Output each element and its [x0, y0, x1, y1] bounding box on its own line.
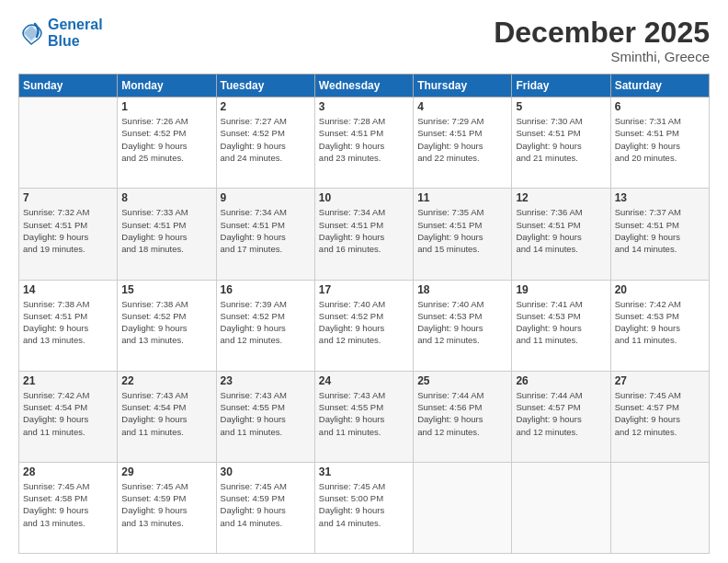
calendar-cell: 18Sunrise: 7:40 AM Sunset: 4:53 PM Dayli…: [414, 280, 512, 371]
calendar-cell: 20Sunrise: 7:42 AM Sunset: 4:53 PM Dayli…: [610, 280, 709, 371]
logo-general: General: [48, 17, 103, 32]
calendar-body: 1Sunrise: 7:26 AM Sunset: 4:52 PM Daylig…: [19, 98, 710, 554]
day-info: Sunrise: 7:45 AM Sunset: 4:58 PM Dayligh…: [23, 480, 113, 529]
calendar-cell: 14Sunrise: 7:38 AM Sunset: 4:51 PM Dayli…: [19, 280, 118, 371]
calendar-cell: 26Sunrise: 7:44 AM Sunset: 4:57 PM Dayli…: [512, 371, 610, 462]
month-year: December 2025: [494, 17, 710, 49]
day-info: Sunrise: 7:31 AM Sunset: 4:51 PM Dayligh…: [615, 115, 705, 164]
logo-icon: [18, 20, 44, 46]
calendar-week: 28Sunrise: 7:45 AM Sunset: 4:58 PM Dayli…: [19, 462, 710, 553]
calendar-cell: 1Sunrise: 7:26 AM Sunset: 4:52 PM Daylig…: [118, 98, 216, 189]
calendar-cell: 30Sunrise: 7:45 AM Sunset: 4:59 PM Dayli…: [216, 462, 314, 553]
day-number: 19: [516, 283, 606, 296]
day-info: Sunrise: 7:42 AM Sunset: 4:53 PM Dayligh…: [615, 298, 705, 347]
day-number: 13: [615, 191, 705, 204]
calendar-cell: 24Sunrise: 7:43 AM Sunset: 4:55 PM Dayli…: [314, 371, 413, 462]
day-number: 18: [417, 283, 507, 296]
day-number: 27: [615, 374, 705, 387]
weekday-header: Thursday: [414, 75, 512, 98]
calendar-cell: 3Sunrise: 7:28 AM Sunset: 4:51 PM Daylig…: [314, 98, 413, 189]
calendar-cell: 11Sunrise: 7:35 AM Sunset: 4:51 PM Dayli…: [414, 189, 512, 280]
calendar-cell: 13Sunrise: 7:37 AM Sunset: 4:51 PM Dayli…: [610, 189, 709, 280]
day-info: Sunrise: 7:36 AM Sunset: 4:51 PM Dayligh…: [516, 206, 606, 255]
day-info: Sunrise: 7:45 AM Sunset: 4:57 PM Dayligh…: [615, 389, 705, 438]
header: General Blue December 2025 Sminthi, Gree…: [18, 17, 710, 64]
day-info: Sunrise: 7:45 AM Sunset: 5:00 PM Dayligh…: [319, 480, 409, 529]
weekday-header: Monday: [118, 75, 216, 98]
calendar-cell: 9Sunrise: 7:34 AM Sunset: 4:51 PM Daylig…: [216, 189, 314, 280]
day-info: Sunrise: 7:45 AM Sunset: 4:59 PM Dayligh…: [221, 480, 311, 529]
day-number: 22: [121, 374, 211, 387]
day-number: 1: [121, 100, 211, 113]
day-number: 6: [615, 100, 705, 113]
calendar-cell: 2Sunrise: 7:27 AM Sunset: 4:52 PM Daylig…: [216, 98, 314, 189]
day-number: 2: [221, 100, 311, 113]
calendar-cell: 31Sunrise: 7:45 AM Sunset: 5:00 PM Dayli…: [314, 462, 413, 553]
day-number: 30: [221, 465, 311, 478]
calendar-cell: 17Sunrise: 7:40 AM Sunset: 4:52 PM Dayli…: [314, 280, 413, 371]
day-info: Sunrise: 7:41 AM Sunset: 4:53 PM Dayligh…: [516, 298, 606, 347]
day-number: 17: [319, 283, 409, 296]
calendar-cell: [512, 462, 610, 553]
day-info: Sunrise: 7:28 AM Sunset: 4:51 PM Dayligh…: [319, 115, 409, 164]
day-number: 29: [121, 465, 211, 478]
page: General Blue December 2025 Sminthi, Gree…: [0, 0, 728, 563]
day-info: Sunrise: 7:30 AM Sunset: 4:51 PM Dayligh…: [516, 115, 606, 164]
calendar-cell: 5Sunrise: 7:30 AM Sunset: 4:51 PM Daylig…: [512, 98, 610, 189]
calendar-cell: 25Sunrise: 7:44 AM Sunset: 4:56 PM Dayli…: [414, 371, 512, 462]
day-info: Sunrise: 7:44 AM Sunset: 4:57 PM Dayligh…: [516, 389, 606, 438]
day-number: 26: [516, 374, 606, 387]
calendar-cell: 19Sunrise: 7:41 AM Sunset: 4:53 PM Dayli…: [512, 280, 610, 371]
calendar-cell: 21Sunrise: 7:42 AM Sunset: 4:54 PM Dayli…: [19, 371, 118, 462]
calendar-cell: 10Sunrise: 7:34 AM Sunset: 4:51 PM Dayli…: [314, 189, 413, 280]
calendar-cell: 6Sunrise: 7:31 AM Sunset: 4:51 PM Daylig…: [610, 98, 709, 189]
calendar-cell: 8Sunrise: 7:33 AM Sunset: 4:51 PM Daylig…: [118, 189, 216, 280]
weekday-header: Tuesday: [216, 75, 314, 98]
day-number: 11: [417, 191, 507, 204]
calendar-cell: 23Sunrise: 7:43 AM Sunset: 4:55 PM Dayli…: [216, 371, 314, 462]
day-number: 31: [319, 465, 409, 478]
day-info: Sunrise: 7:35 AM Sunset: 4:51 PM Dayligh…: [417, 206, 507, 255]
day-number: 3: [319, 100, 409, 113]
weekday-header: Saturday: [610, 75, 709, 98]
day-info: Sunrise: 7:37 AM Sunset: 4:51 PM Dayligh…: [615, 206, 705, 255]
calendar-cell: 22Sunrise: 7:43 AM Sunset: 4:54 PM Dayli…: [118, 371, 216, 462]
weekday-row: SundayMondayTuesdayWednesdayThursdayFrid…: [19, 75, 710, 98]
day-number: 15: [121, 283, 211, 296]
day-info: Sunrise: 7:27 AM Sunset: 4:52 PM Dayligh…: [221, 115, 311, 164]
logo: General Blue: [18, 17, 103, 49]
day-number: 4: [417, 100, 507, 113]
day-info: Sunrise: 7:40 AM Sunset: 4:53 PM Dayligh…: [417, 298, 507, 347]
day-info: Sunrise: 7:32 AM Sunset: 4:51 PM Dayligh…: [23, 206, 113, 255]
day-number: 25: [417, 374, 507, 387]
day-info: Sunrise: 7:42 AM Sunset: 4:54 PM Dayligh…: [23, 389, 113, 438]
calendar-cell: 29Sunrise: 7:45 AM Sunset: 4:59 PM Dayli…: [118, 462, 216, 553]
day-number: 24: [319, 374, 409, 387]
day-info: Sunrise: 7:44 AM Sunset: 4:56 PM Dayligh…: [417, 389, 507, 438]
day-number: 21: [23, 374, 113, 387]
day-info: Sunrise: 7:38 AM Sunset: 4:51 PM Dayligh…: [23, 298, 113, 347]
day-info: Sunrise: 7:34 AM Sunset: 4:51 PM Dayligh…: [319, 206, 409, 255]
calendar-week: 21Sunrise: 7:42 AM Sunset: 4:54 PM Dayli…: [19, 371, 710, 462]
calendar-cell: [19, 98, 118, 189]
calendar-cell: 27Sunrise: 7:45 AM Sunset: 4:57 PM Dayli…: [610, 371, 709, 462]
location: Sminthi, Greece: [494, 49, 710, 64]
day-info: Sunrise: 7:33 AM Sunset: 4:51 PM Dayligh…: [121, 206, 211, 255]
weekday-header: Friday: [512, 75, 610, 98]
day-info: Sunrise: 7:45 AM Sunset: 4:59 PM Dayligh…: [121, 480, 211, 529]
day-info: Sunrise: 7:29 AM Sunset: 4:51 PM Dayligh…: [417, 115, 507, 164]
day-number: 14: [23, 283, 113, 296]
calendar: SundayMondayTuesdayWednesdayThursdayFrid…: [18, 74, 710, 554]
day-number: 23: [221, 374, 311, 387]
day-number: 16: [221, 283, 311, 296]
day-info: Sunrise: 7:40 AM Sunset: 4:52 PM Dayligh…: [319, 298, 409, 347]
calendar-cell: [610, 462, 709, 553]
calendar-header: SundayMondayTuesdayWednesdayThursdayFrid…: [19, 75, 710, 98]
day-number: 12: [516, 191, 606, 204]
calendar-cell: 4Sunrise: 7:29 AM Sunset: 4:51 PM Daylig…: [414, 98, 512, 189]
day-info: Sunrise: 7:39 AM Sunset: 4:52 PM Dayligh…: [221, 298, 311, 347]
day-number: 5: [516, 100, 606, 113]
day-info: Sunrise: 7:34 AM Sunset: 4:51 PM Dayligh…: [221, 206, 311, 255]
calendar-cell: 7Sunrise: 7:32 AM Sunset: 4:51 PM Daylig…: [19, 189, 118, 280]
day-number: 9: [221, 191, 311, 204]
